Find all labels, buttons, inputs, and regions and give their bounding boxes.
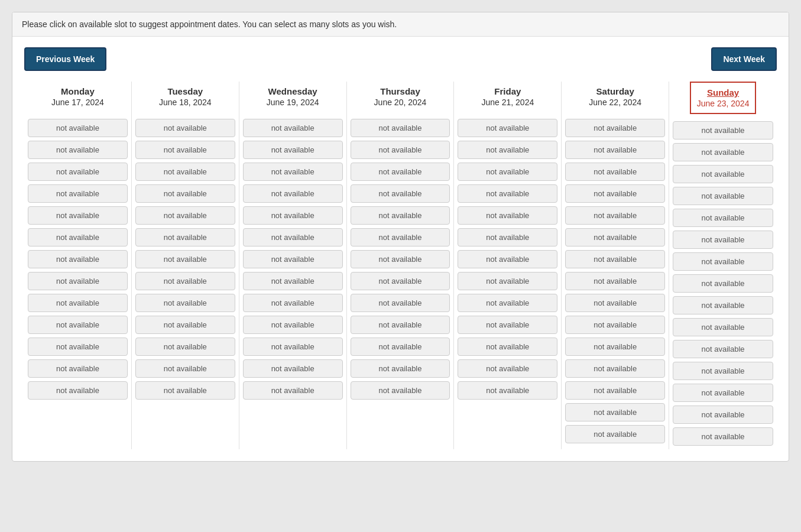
slot-button-saturday-8[interactable]: not available: [565, 294, 665, 312]
slot-button-monday-7[interactable]: not available: [28, 272, 128, 290]
slot-button-wednesday-2[interactable]: not available: [243, 163, 343, 181]
slot-button-sunday-1[interactable]: not available: [673, 143, 773, 161]
slot-button-tuesday-7[interactable]: not available: [135, 272, 235, 290]
slot-button-friday-4[interactable]: not available: [458, 206, 557, 225]
slot-button-monday-3[interactable]: not available: [28, 184, 128, 203]
slot-button-sunday-12[interactable]: not available: [673, 384, 773, 402]
slot-button-saturday-14[interactable]: not available: [565, 425, 665, 443]
slot-button-sunday-10[interactable]: not available: [673, 340, 773, 358]
slot-button-monday-6[interactable]: not available: [28, 250, 128, 268]
slot-button-tuesday-5[interactable]: not available: [135, 228, 235, 246]
slot-button-saturday-10[interactable]: not available: [565, 338, 665, 356]
slot-button-friday-12[interactable]: not available: [458, 381, 557, 400]
slot-button-monday-12[interactable]: not available: [28, 381, 128, 400]
slot-button-thursday-1[interactable]: not available: [351, 141, 450, 159]
slot-button-monday-2[interactable]: not available: [28, 163, 128, 181]
next-week-button[interactable]: Next Week: [711, 47, 777, 71]
slot-button-tuesday-12[interactable]: not available: [135, 381, 235, 400]
slot-button-friday-10[interactable]: not available: [458, 338, 557, 356]
slot-button-tuesday-10[interactable]: not available: [135, 338, 235, 356]
slot-button-sunday-11[interactable]: not available: [673, 362, 773, 380]
slot-button-wednesday-3[interactable]: not available: [243, 184, 343, 203]
slot-button-sunday-3[interactable]: not available: [673, 187, 773, 205]
slot-button-tuesday-2[interactable]: not available: [135, 163, 235, 181]
slot-button-thursday-8[interactable]: not available: [351, 294, 450, 312]
slot-button-friday-6[interactable]: not available: [458, 250, 557, 268]
slot-button-wednesday-8[interactable]: not available: [243, 294, 343, 312]
slot-button-friday-1[interactable]: not available: [458, 141, 557, 159]
slot-button-monday-0[interactable]: not available: [28, 119, 128, 137]
day-name-monday: Monday: [51, 86, 104, 96]
slot-button-monday-11[interactable]: not available: [28, 359, 128, 378]
slot-button-saturday-1[interactable]: not available: [565, 141, 665, 159]
slot-button-sunday-14[interactable]: not available: [673, 427, 773, 446]
slot-button-monday-9[interactable]: not available: [28, 316, 128, 334]
slot-button-sunday-13[interactable]: not available: [673, 406, 773, 424]
slot-button-tuesday-4[interactable]: not available: [135, 206, 235, 225]
slot-button-saturday-12[interactable]: not available: [565, 381, 665, 400]
slot-button-tuesday-3[interactable]: not available: [135, 184, 235, 203]
slot-button-saturday-3[interactable]: not available: [565, 184, 665, 203]
slot-button-friday-9[interactable]: not available: [458, 316, 557, 334]
slot-button-wednesday-7[interactable]: not available: [243, 272, 343, 290]
slot-button-wednesday-1[interactable]: not available: [243, 141, 343, 159]
slot-button-friday-8[interactable]: not available: [458, 294, 557, 312]
slot-button-thursday-9[interactable]: not available: [351, 316, 450, 334]
slot-button-saturday-7[interactable]: not available: [565, 272, 665, 290]
slot-button-thursday-2[interactable]: not available: [351, 163, 450, 181]
slot-button-thursday-5[interactable]: not available: [351, 228, 450, 246]
slot-button-tuesday-1[interactable]: not available: [135, 141, 235, 159]
slot-button-sunday-2[interactable]: not available: [673, 165, 773, 183]
slot-button-saturday-9[interactable]: not available: [565, 316, 665, 334]
slot-button-friday-11[interactable]: not available: [458, 359, 557, 378]
slot-button-friday-3[interactable]: not available: [458, 184, 557, 203]
slot-button-saturday-2[interactable]: not available: [565, 163, 665, 181]
slot-button-tuesday-9[interactable]: not available: [135, 316, 235, 334]
slot-button-wednesday-12[interactable]: not available: [243, 381, 343, 400]
slot-button-sunday-6[interactable]: not available: [673, 252, 773, 271]
slot-button-saturday-4[interactable]: not available: [565, 206, 665, 225]
slot-button-friday-7[interactable]: not available: [458, 272, 557, 290]
slot-button-saturday-13[interactable]: not available: [565, 403, 665, 421]
slot-button-thursday-4[interactable]: not available: [351, 206, 450, 225]
slot-button-sunday-9[interactable]: not available: [673, 318, 773, 336]
slot-button-monday-10[interactable]: not available: [28, 338, 128, 356]
slot-button-thursday-0[interactable]: not available: [351, 119, 450, 137]
slot-button-thursday-7[interactable]: not available: [351, 272, 450, 290]
prev-week-button[interactable]: Previous Week: [24, 47, 106, 71]
slot-button-wednesday-10[interactable]: not available: [243, 338, 343, 356]
slot-button-saturday-6[interactable]: not available: [565, 250, 665, 268]
slot-button-monday-8[interactable]: not available: [28, 294, 128, 312]
slot-button-monday-1[interactable]: not available: [28, 141, 128, 159]
slot-button-sunday-7[interactable]: not available: [673, 274, 773, 293]
slot-button-monday-5[interactable]: not available: [28, 228, 128, 246]
slot-button-saturday-5[interactable]: not available: [565, 228, 665, 246]
slot-button-friday-0[interactable]: not available: [458, 119, 557, 137]
slot-button-tuesday-0[interactable]: not available: [135, 119, 235, 137]
slot-button-monday-4[interactable]: not available: [28, 206, 128, 225]
slot-button-thursday-6[interactable]: not available: [351, 250, 450, 268]
slot-button-sunday-8[interactable]: not available: [673, 296, 773, 314]
slot-button-friday-5[interactable]: not available: [458, 228, 557, 246]
slot-button-wednesday-5[interactable]: not available: [243, 228, 343, 246]
slot-button-saturday-11[interactable]: not available: [565, 359, 665, 378]
slot-button-thursday-10[interactable]: not available: [351, 338, 450, 356]
slot-button-wednesday-0[interactable]: not available: [243, 119, 343, 137]
slot-button-tuesday-11[interactable]: not available: [135, 359, 235, 378]
day-date-friday: June 21, 2024: [481, 98, 534, 107]
slot-button-sunday-4[interactable]: not available: [673, 209, 773, 227]
slot-button-friday-2[interactable]: not available: [458, 163, 557, 181]
slot-button-tuesday-8[interactable]: not available: [135, 294, 235, 312]
slot-button-sunday-0[interactable]: not available: [673, 121, 773, 140]
slot-button-wednesday-9[interactable]: not available: [243, 316, 343, 334]
slot-button-thursday-3[interactable]: not available: [351, 184, 450, 203]
slot-button-thursday-12[interactable]: not available: [351, 381, 450, 400]
slot-button-wednesday-11[interactable]: not available: [243, 359, 343, 378]
slot-button-wednesday-4[interactable]: not available: [243, 206, 343, 225]
slot-button-wednesday-6[interactable]: not available: [243, 250, 343, 268]
slot-button-saturday-0[interactable]: not available: [565, 119, 665, 137]
day-header-saturday: SaturdayJune 22, 2024: [586, 82, 644, 112]
slot-button-thursday-11[interactable]: not available: [351, 359, 450, 378]
slot-button-tuesday-6[interactable]: not available: [135, 250, 235, 268]
slot-button-sunday-5[interactable]: not available: [673, 231, 773, 249]
